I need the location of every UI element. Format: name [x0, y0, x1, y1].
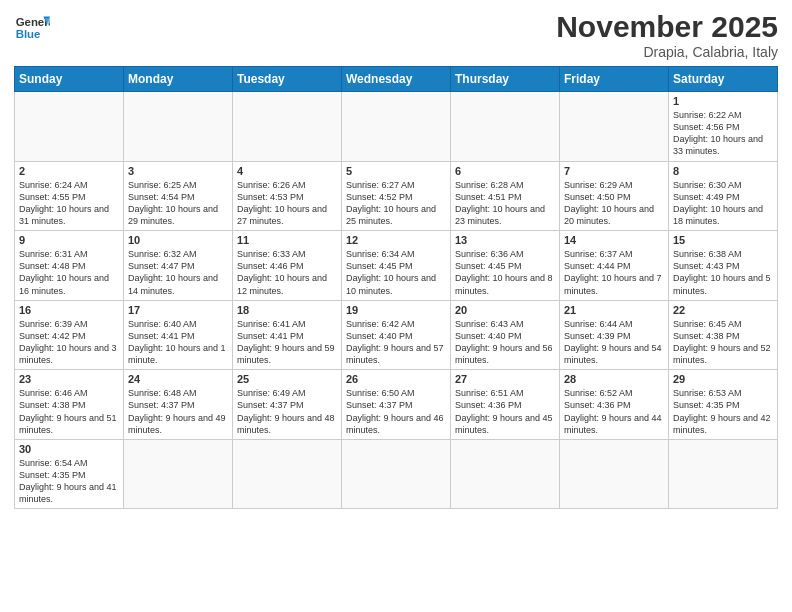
calendar-cell — [233, 92, 342, 162]
day-info: Sunrise: 6:42 AMSunset: 4:40 PMDaylight:… — [346, 318, 446, 367]
svg-text:Blue: Blue — [16, 28, 41, 40]
calendar-cell: 7Sunrise: 6:29 AMSunset: 4:50 PMDaylight… — [560, 161, 669, 231]
calendar-cell: 5Sunrise: 6:27 AMSunset: 4:52 PMDaylight… — [342, 161, 451, 231]
calendar-cell: 27Sunrise: 6:51 AMSunset: 4:36 PMDayligh… — [451, 370, 560, 440]
calendar-cell — [342, 92, 451, 162]
calendar-cell: 20Sunrise: 6:43 AMSunset: 4:40 PMDayligh… — [451, 300, 560, 370]
day-number: 6 — [455, 165, 555, 177]
day-number: 30 — [19, 443, 119, 455]
calendar-cell — [669, 439, 778, 509]
day-info: Sunrise: 6:38 AMSunset: 4:43 PMDaylight:… — [673, 248, 773, 297]
day-info: Sunrise: 6:52 AMSunset: 4:36 PMDaylight:… — [564, 387, 664, 436]
day-info: Sunrise: 6:31 AMSunset: 4:48 PMDaylight:… — [19, 248, 119, 297]
day-number: 12 — [346, 234, 446, 246]
day-number: 11 — [237, 234, 337, 246]
day-info: Sunrise: 6:32 AMSunset: 4:47 PMDaylight:… — [128, 248, 228, 297]
calendar-cell — [451, 439, 560, 509]
day-number: 29 — [673, 373, 773, 385]
day-info: Sunrise: 6:50 AMSunset: 4:37 PMDaylight:… — [346, 387, 446, 436]
day-number: 18 — [237, 304, 337, 316]
weekday-header-sunday: Sunday — [15, 67, 124, 92]
day-info: Sunrise: 6:27 AMSunset: 4:52 PMDaylight:… — [346, 179, 446, 228]
logo: General Blue — [14, 10, 50, 46]
calendar-cell: 17Sunrise: 6:40 AMSunset: 4:41 PMDayligh… — [124, 300, 233, 370]
calendar-cell: 26Sunrise: 6:50 AMSunset: 4:37 PMDayligh… — [342, 370, 451, 440]
day-number: 25 — [237, 373, 337, 385]
calendar-cell — [233, 439, 342, 509]
day-number: 8 — [673, 165, 773, 177]
calendar-cell — [451, 92, 560, 162]
day-number: 24 — [128, 373, 228, 385]
calendar-cell: 29Sunrise: 6:53 AMSunset: 4:35 PMDayligh… — [669, 370, 778, 440]
weekday-header-row: SundayMondayTuesdayWednesdayThursdayFrid… — [15, 67, 778, 92]
day-info: Sunrise: 6:22 AMSunset: 4:56 PMDaylight:… — [673, 109, 773, 158]
header: General Blue November 2025 Drapia, Calab… — [14, 10, 778, 60]
calendar-cell: 21Sunrise: 6:44 AMSunset: 4:39 PMDayligh… — [560, 300, 669, 370]
calendar-cell: 23Sunrise: 6:46 AMSunset: 4:38 PMDayligh… — [15, 370, 124, 440]
calendar-cell: 1Sunrise: 6:22 AMSunset: 4:56 PMDaylight… — [669, 92, 778, 162]
day-info: Sunrise: 6:45 AMSunset: 4:38 PMDaylight:… — [673, 318, 773, 367]
calendar-cell: 12Sunrise: 6:34 AMSunset: 4:45 PMDayligh… — [342, 231, 451, 301]
day-number: 13 — [455, 234, 555, 246]
calendar-cell: 19Sunrise: 6:42 AMSunset: 4:40 PMDayligh… — [342, 300, 451, 370]
day-info: Sunrise: 6:26 AMSunset: 4:53 PMDaylight:… — [237, 179, 337, 228]
logo-icon: General Blue — [14, 10, 50, 46]
day-number: 5 — [346, 165, 446, 177]
day-number: 2 — [19, 165, 119, 177]
calendar-cell: 13Sunrise: 6:36 AMSunset: 4:45 PMDayligh… — [451, 231, 560, 301]
title-block: November 2025 Drapia, Calabria, Italy — [556, 10, 778, 60]
weekday-header-wednesday: Wednesday — [342, 67, 451, 92]
calendar-cell: 30Sunrise: 6:54 AMSunset: 4:35 PMDayligh… — [15, 439, 124, 509]
week-row-3: 9Sunrise: 6:31 AMSunset: 4:48 PMDaylight… — [15, 231, 778, 301]
day-info: Sunrise: 6:28 AMSunset: 4:51 PMDaylight:… — [455, 179, 555, 228]
day-number: 27 — [455, 373, 555, 385]
day-number: 4 — [237, 165, 337, 177]
month-title: November 2025 — [556, 10, 778, 44]
calendar-cell — [124, 92, 233, 162]
day-info: Sunrise: 6:39 AMSunset: 4:42 PMDaylight:… — [19, 318, 119, 367]
weekday-header-monday: Monday — [124, 67, 233, 92]
day-info: Sunrise: 6:33 AMSunset: 4:46 PMDaylight:… — [237, 248, 337, 297]
day-info: Sunrise: 6:48 AMSunset: 4:37 PMDaylight:… — [128, 387, 228, 436]
calendar-cell: 3Sunrise: 6:25 AMSunset: 4:54 PMDaylight… — [124, 161, 233, 231]
week-row-6: 30Sunrise: 6:54 AMSunset: 4:35 PMDayligh… — [15, 439, 778, 509]
day-number: 20 — [455, 304, 555, 316]
day-info: Sunrise: 6:43 AMSunset: 4:40 PMDaylight:… — [455, 318, 555, 367]
day-number: 3 — [128, 165, 228, 177]
calendar-cell — [124, 439, 233, 509]
day-info: Sunrise: 6:34 AMSunset: 4:45 PMDaylight:… — [346, 248, 446, 297]
day-info: Sunrise: 6:41 AMSunset: 4:41 PMDaylight:… — [237, 318, 337, 367]
day-info: Sunrise: 6:44 AMSunset: 4:39 PMDaylight:… — [564, 318, 664, 367]
calendar-cell: 10Sunrise: 6:32 AMSunset: 4:47 PMDayligh… — [124, 231, 233, 301]
week-row-1: 1Sunrise: 6:22 AMSunset: 4:56 PMDaylight… — [15, 92, 778, 162]
week-row-2: 2Sunrise: 6:24 AMSunset: 4:55 PMDaylight… — [15, 161, 778, 231]
week-row-5: 23Sunrise: 6:46 AMSunset: 4:38 PMDayligh… — [15, 370, 778, 440]
day-info: Sunrise: 6:40 AMSunset: 4:41 PMDaylight:… — [128, 318, 228, 367]
calendar-cell: 15Sunrise: 6:38 AMSunset: 4:43 PMDayligh… — [669, 231, 778, 301]
calendar-cell: 8Sunrise: 6:30 AMSunset: 4:49 PMDaylight… — [669, 161, 778, 231]
day-number: 22 — [673, 304, 773, 316]
day-info: Sunrise: 6:49 AMSunset: 4:37 PMDaylight:… — [237, 387, 337, 436]
day-info: Sunrise: 6:25 AMSunset: 4:54 PMDaylight:… — [128, 179, 228, 228]
calendar-table: SundayMondayTuesdayWednesdayThursdayFrid… — [14, 66, 778, 509]
day-number: 15 — [673, 234, 773, 246]
day-info: Sunrise: 6:53 AMSunset: 4:35 PMDaylight:… — [673, 387, 773, 436]
calendar-cell — [342, 439, 451, 509]
day-number: 28 — [564, 373, 664, 385]
day-number: 1 — [673, 95, 773, 107]
weekday-header-thursday: Thursday — [451, 67, 560, 92]
calendar-cell: 9Sunrise: 6:31 AMSunset: 4:48 PMDaylight… — [15, 231, 124, 301]
day-number: 16 — [19, 304, 119, 316]
weekday-header-friday: Friday — [560, 67, 669, 92]
calendar-cell: 11Sunrise: 6:33 AMSunset: 4:46 PMDayligh… — [233, 231, 342, 301]
calendar-cell: 18Sunrise: 6:41 AMSunset: 4:41 PMDayligh… — [233, 300, 342, 370]
day-info: Sunrise: 6:54 AMSunset: 4:35 PMDaylight:… — [19, 457, 119, 506]
calendar-cell: 25Sunrise: 6:49 AMSunset: 4:37 PMDayligh… — [233, 370, 342, 440]
calendar-cell: 28Sunrise: 6:52 AMSunset: 4:36 PMDayligh… — [560, 370, 669, 440]
calendar-cell — [15, 92, 124, 162]
calendar-cell: 2Sunrise: 6:24 AMSunset: 4:55 PMDaylight… — [15, 161, 124, 231]
page: General Blue November 2025 Drapia, Calab… — [0, 0, 792, 612]
day-info: Sunrise: 6:51 AMSunset: 4:36 PMDaylight:… — [455, 387, 555, 436]
day-info: Sunrise: 6:37 AMSunset: 4:44 PMDaylight:… — [564, 248, 664, 297]
day-info: Sunrise: 6:24 AMSunset: 4:55 PMDaylight:… — [19, 179, 119, 228]
